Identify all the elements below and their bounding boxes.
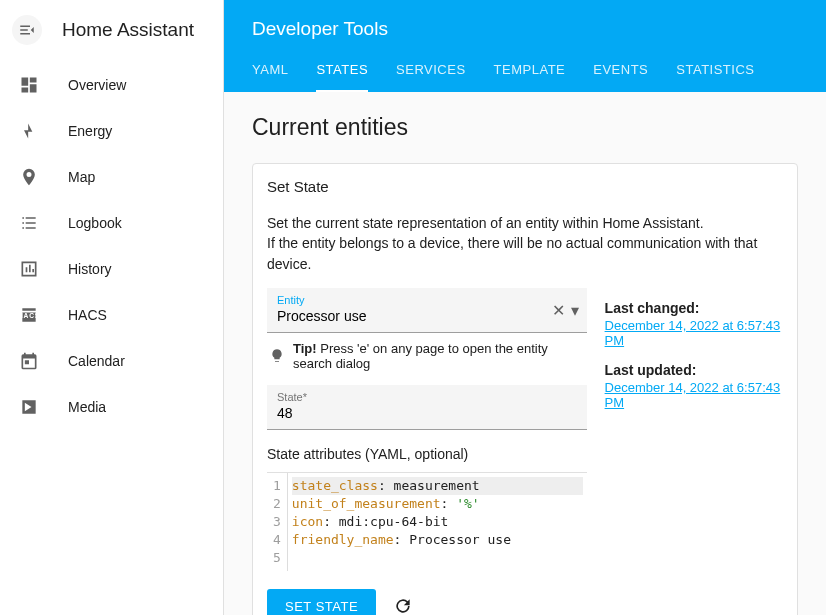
refresh-button[interactable] (392, 595, 414, 615)
svg-text:HACS: HACS (19, 312, 39, 319)
menu-toggle-button[interactable] (12, 15, 42, 45)
tab-states[interactable]: STATES (316, 62, 368, 92)
last-updated-label: Last updated: (605, 362, 783, 378)
tab-services[interactable]: SERVICES (396, 62, 466, 92)
lightbulb-icon (269, 347, 285, 365)
state-field-label: State* (277, 391, 577, 403)
tip-row: Tip! Press 'e' on any page to open the e… (269, 341, 587, 371)
last-changed-label: Last changed: (605, 300, 783, 316)
sidebar-item-history[interactable]: History (0, 246, 223, 292)
card-description: Set the current state representation of … (267, 213, 783, 274)
content-area: Current entities Set State Set the curre… (224, 92, 826, 615)
sidebar-item-overview[interactable]: Overview (0, 62, 223, 108)
sidebar-item-label: Map (68, 169, 95, 185)
tip-text: Tip! Press 'e' on any page to open the e… (293, 341, 587, 371)
sidebar-item-energy[interactable]: Energy (0, 108, 223, 154)
sidebar-item-hacs[interactable]: HACS HACS (0, 292, 223, 338)
entity-input[interactable] (277, 306, 577, 326)
card-description-line: Set the current state representation of … (267, 213, 783, 233)
entity-field-label: Entity (277, 294, 577, 306)
set-state-button[interactable]: SET STATE (267, 589, 376, 615)
page-title: Current entities (252, 114, 798, 141)
sidebar-item-label: Energy (68, 123, 112, 139)
tab-bar: YAML STATES SERVICES TEMPLATE EVENTS STA… (252, 62, 798, 92)
set-state-card: Set State Set the current state represen… (252, 163, 798, 615)
calendar-icon (18, 350, 40, 372)
sidebar-item-logbook[interactable]: Logbook (0, 200, 223, 246)
tip-strong: Tip! (293, 341, 317, 356)
dashboard-icon (18, 74, 40, 96)
sidebar-item-map[interactable]: Map (0, 154, 223, 200)
sidebar-item-label: Logbook (68, 215, 122, 231)
entity-field[interactable]: Entity ✕ ▾ (267, 288, 587, 333)
page-header-title: Developer Tools (252, 18, 798, 40)
map-marker-icon (18, 166, 40, 188)
yaml-editor[interactable]: 12345 state_class: measurement unit_of_m… (267, 472, 587, 571)
sidebar-item-media[interactable]: Media (0, 384, 223, 430)
sidebar-item-label: History (68, 261, 112, 277)
state-field[interactable]: State* (267, 385, 587, 430)
sidebar-item-calendar[interactable]: Calendar (0, 338, 223, 384)
menu-collapse-icon (18, 21, 36, 39)
card-description-line: If the entity belongs to a device, there… (267, 233, 783, 274)
lightning-icon (18, 120, 40, 142)
tab-template[interactable]: TEMPLATE (494, 62, 566, 92)
tab-statistics[interactable]: STATISTICS (676, 62, 754, 92)
sidebar: Home Assistant Overview Energy Map Logbo… (0, 0, 224, 615)
entity-meta: Last changed: December 14, 2022 at 6:57:… (605, 288, 783, 424)
hacs-icon: HACS (18, 304, 40, 326)
dropdown-icon[interactable]: ▾ (571, 300, 579, 319)
state-input[interactable] (277, 403, 577, 423)
line-gutter: 12345 (267, 473, 288, 571)
sidebar-item-label: HACS (68, 307, 107, 323)
topbar: Developer Tools YAML STATES SERVICES TEM… (224, 0, 826, 92)
last-updated-link[interactable]: December 14, 2022 at 6:57:43 PM (605, 380, 783, 410)
main-content: Developer Tools YAML STATES SERVICES TEM… (224, 0, 826, 615)
refresh-icon (393, 596, 413, 615)
sidebar-item-label: Calendar (68, 353, 125, 369)
attributes-label: State attributes (YAML, optional) (267, 446, 587, 462)
sidebar-header: Home Assistant (0, 0, 223, 60)
sidebar-item-label: Media (68, 399, 106, 415)
tab-yaml[interactable]: YAML (252, 62, 288, 92)
card-title: Set State (267, 178, 783, 195)
clear-icon[interactable]: ✕ (552, 300, 565, 319)
list-icon (18, 212, 40, 234)
play-box-icon (18, 396, 40, 418)
sidebar-item-label: Overview (68, 77, 126, 93)
yaml-code[interactable]: state_class: measurement unit_of_measure… (288, 473, 587, 571)
app-title: Home Assistant (62, 19, 194, 41)
last-changed-link[interactable]: December 14, 2022 at 6:57:43 PM (605, 318, 783, 348)
sidebar-nav: Overview Energy Map Logbook History HACS… (0, 60, 223, 430)
chart-bar-icon (18, 258, 40, 280)
tab-events[interactable]: EVENTS (593, 62, 648, 92)
tip-body: Press 'e' on any page to open the entity… (293, 341, 548, 371)
